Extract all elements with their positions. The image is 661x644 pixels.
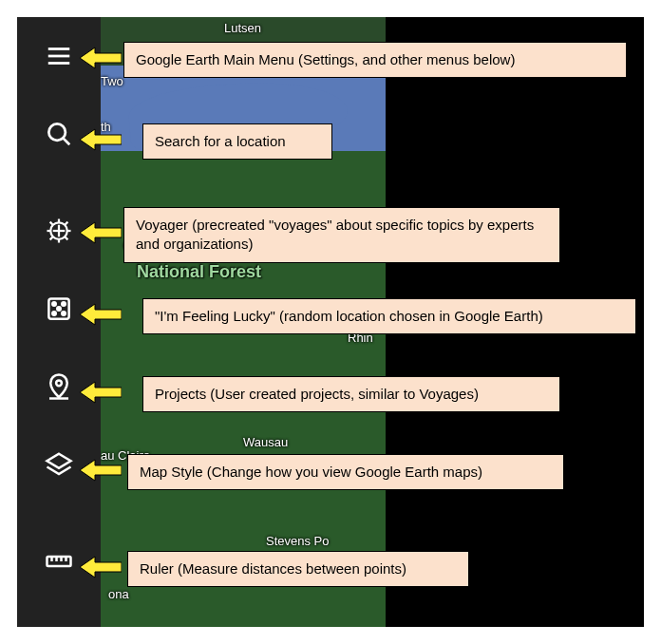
- svg-point-19: [57, 307, 61, 311]
- map-label-ona: ona: [108, 587, 129, 601]
- svg-line-11: [66, 237, 68, 240]
- svg-point-18: [62, 302, 66, 306]
- app-frame: Lutsen Two th C National Forest Rhin au …: [17, 17, 644, 627]
- svg-marker-30: [80, 47, 122, 68]
- svg-line-13: [50, 237, 53, 240]
- callout-ruler: Ruler (Measure distances between points): [127, 551, 469, 587]
- pin-icon: [45, 372, 73, 401]
- map-label-forest: National Forest: [137, 262, 261, 282]
- svg-point-17: [52, 302, 56, 306]
- arrow-voyager: [80, 220, 122, 245]
- arrow-menu: [80, 46, 122, 70]
- svg-point-21: [62, 312, 66, 315]
- svg-point-22: [56, 380, 62, 386]
- ruler-icon: [45, 547, 73, 576]
- callout-voyager: Voyager (precreated "voyages" about spec…: [123, 207, 560, 263]
- svg-line-4: [63, 138, 69, 144]
- svg-line-10: [50, 222, 53, 225]
- callout-lucky: "I'm Feeling Lucky" (random location cho…: [142, 298, 636, 334]
- callout-projects: Projects (User created projects, similar…: [142, 376, 560, 412]
- dice-icon: [45, 294, 73, 323]
- map-label-lutsen: Lutsen: [224, 21, 261, 35]
- callout-search: Search for a location: [142, 123, 332, 160]
- map-label-two: Two: [101, 74, 123, 88]
- svg-point-20: [52, 312, 56, 315]
- svg-marker-36: [80, 557, 122, 578]
- svg-marker-31: [80, 129, 122, 150]
- voyager-icon: [45, 217, 73, 245]
- svg-marker-35: [80, 460, 122, 481]
- callout-mapstyle: Map Style (Change how you view Google Ea…: [127, 454, 564, 490]
- arrow-ruler: [80, 555, 122, 579]
- arrow-projects: [80, 380, 122, 405]
- map-label-wausau: Wausau: [243, 435, 288, 449]
- arrow-search: [80, 127, 122, 152]
- menu-icon: [45, 42, 73, 70]
- map-label-stevenspo: Stevens Po: [266, 534, 330, 548]
- svg-line-12: [66, 222, 68, 225]
- svg-marker-33: [80, 304, 122, 325]
- arrow-mapstyle: [80, 458, 122, 483]
- search-icon: [45, 120, 73, 148]
- svg-marker-32: [80, 222, 122, 243]
- arrow-lucky: [80, 302, 122, 327]
- svg-marker-34: [80, 382, 122, 403]
- svg-point-3: [48, 123, 66, 141]
- callout-menu: Google Earth Main Menu (Settings, and ot…: [123, 42, 627, 78]
- svg-marker-24: [47, 454, 71, 468]
- layers-icon: [45, 450, 73, 479]
